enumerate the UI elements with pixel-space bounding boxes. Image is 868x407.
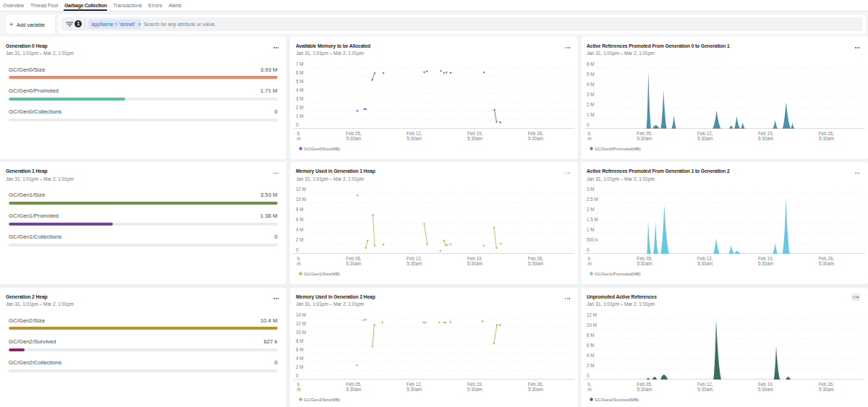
svg-text:500 k: 500 k xyxy=(587,237,598,242)
svg-text:GC/Gen0/Size(MB): GC/Gen0/Size(MB) xyxy=(304,146,340,150)
svg-text:4 M: 4 M xyxy=(296,227,304,232)
svg-text:0: 0 xyxy=(296,372,299,377)
svg-text:5:30am: 5:30am xyxy=(819,261,834,266)
svg-text:4 M: 4 M xyxy=(587,353,595,358)
svg-text:GC/Gen1/Promoted(MB): GC/Gen1/Promoted(MB) xyxy=(595,272,641,276)
svg-text:5:30am: 5:30am xyxy=(758,135,773,140)
svg-text:12 M: 12 M xyxy=(587,312,597,317)
svg-text:5:30am: 5:30am xyxy=(407,135,422,140)
svg-text:5:30am: 5:30am xyxy=(290,386,301,391)
svg-text:5:30am: 5:30am xyxy=(758,261,773,266)
svg-text:3 M: 3 M xyxy=(296,96,304,101)
svg-text:10 M: 10 M xyxy=(296,197,306,202)
svg-text:5:30am: 5:30am xyxy=(346,386,361,391)
svg-text:GC/Gen0/Promoted(MB): GC/Gen0/Promoted(MB) xyxy=(595,146,641,150)
svg-text:10 M: 10 M xyxy=(587,322,597,327)
svg-text:10 M: 10 M xyxy=(296,330,306,335)
svg-text:5:30am: 5:30am xyxy=(637,386,652,391)
svg-text:14 M: 14 M xyxy=(296,312,306,317)
svg-text:4 M: 4 M xyxy=(587,82,595,87)
svg-text:5:30am: 5:30am xyxy=(346,261,361,266)
svg-text:5:30am: 5:30am xyxy=(467,135,482,140)
svg-text:5:30am: 5:30am xyxy=(581,386,592,391)
svg-text:1 M: 1 M xyxy=(296,113,304,118)
svg-text:GC/Gen2/Size(MB): GC/Gen2/Size(MB) xyxy=(304,397,340,401)
svg-text:8 M: 8 M xyxy=(296,207,304,212)
svg-text:1 M: 1 M xyxy=(587,111,595,116)
svg-text:2 M: 2 M xyxy=(296,237,304,242)
svg-text:5:30am: 5:30am xyxy=(758,386,773,391)
svg-text:5:30am: 5:30am xyxy=(467,261,482,266)
svg-text:5:30am: 5:30am xyxy=(697,386,712,391)
svg-text:0: 0 xyxy=(587,372,590,377)
svg-text:6 M: 6 M xyxy=(587,343,595,348)
svg-text:5:30am: 5:30am xyxy=(407,386,422,391)
svg-text:4 M: 4 M xyxy=(296,87,304,93)
svg-text:3 M: 3 M xyxy=(587,92,595,97)
svg-text:5:30am: 5:30am xyxy=(467,386,482,391)
svg-text:6 M: 6 M xyxy=(296,217,304,222)
svg-text:2 M: 2 M xyxy=(296,105,304,110)
svg-text:5:30am: 5:30am xyxy=(407,261,422,266)
svg-text:5:30am: 5:30am xyxy=(290,135,301,140)
svg-text:5:30am: 5:30am xyxy=(637,261,652,266)
svg-text:12 M: 12 M xyxy=(296,321,306,326)
svg-text:3 M: 3 M xyxy=(587,187,595,192)
svg-text:0: 0 xyxy=(296,121,299,127)
svg-text:6 M: 6 M xyxy=(296,347,304,352)
svg-text:1.5 M: 1.5 M xyxy=(587,217,598,222)
svg-text:0: 0 xyxy=(587,121,590,127)
svg-text:5:30am: 5:30am xyxy=(528,261,543,266)
svg-text:5:30am: 5:30am xyxy=(290,261,301,266)
svg-text:5:30am: 5:30am xyxy=(528,386,543,391)
svg-text:GC/Gen2/Survived(MB): GC/Gen2/Survived(MB) xyxy=(595,397,639,401)
svg-text:5:30am: 5:30am xyxy=(637,135,652,140)
svg-text:8 M: 8 M xyxy=(587,333,595,338)
svg-text:2 M: 2 M xyxy=(587,362,595,367)
svg-text:4 M: 4 M xyxy=(296,356,304,361)
svg-text:GC/Gen1/Size(MB): GC/Gen1/Size(MB) xyxy=(304,272,340,276)
svg-text:2 M: 2 M xyxy=(587,102,595,107)
svg-text:5 M: 5 M xyxy=(296,79,304,84)
svg-text:5:30am: 5:30am xyxy=(697,135,712,140)
svg-text:5:30am: 5:30am xyxy=(346,135,361,140)
svg-text:5:30am: 5:30am xyxy=(581,261,592,266)
svg-text:5:30am: 5:30am xyxy=(819,135,834,140)
svg-text:0: 0 xyxy=(296,247,299,252)
svg-text:6 M: 6 M xyxy=(587,61,595,67)
svg-text:2 M: 2 M xyxy=(587,207,595,212)
svg-text:0: 0 xyxy=(587,247,590,252)
svg-text:2 M: 2 M xyxy=(296,364,304,369)
svg-text:5:30am: 5:30am xyxy=(581,135,592,140)
svg-text:2.5 M: 2.5 M xyxy=(587,197,598,202)
svg-text:7 M: 7 M xyxy=(296,61,304,67)
svg-text:6 M: 6 M xyxy=(296,70,304,75)
svg-text:12 M: 12 M xyxy=(296,187,306,192)
svg-text:5:30am: 5:30am xyxy=(528,135,543,140)
svg-text:5:30am: 5:30am xyxy=(819,386,834,391)
svg-text:5 M: 5 M xyxy=(587,72,595,77)
svg-text:8 M: 8 M xyxy=(296,338,304,343)
svg-text:1 M: 1 M xyxy=(587,227,595,232)
svg-text:5:30am: 5:30am xyxy=(697,261,712,266)
